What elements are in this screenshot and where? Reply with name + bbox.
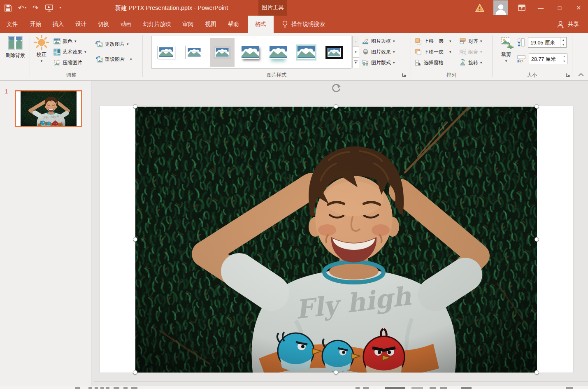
group-button-disabled: 组合 ▾ [459, 47, 482, 57]
resize-handle-middle-left[interactable] [133, 237, 137, 242]
tab-design[interactable]: 设计 [70, 16, 92, 33]
tab-transitions[interactable]: 切换 [92, 16, 115, 33]
resize-handle-middle-right[interactable] [535, 237, 539, 242]
warning-icon[interactable] [470, 0, 489, 16]
picture-style-5[interactable] [266, 38, 291, 67]
width-spin-up[interactable]: ▴ [561, 54, 567, 59]
picture-style-6[interactable] [294, 38, 318, 67]
customize-qat-button[interactable]: ▾ [60, 6, 61, 9]
share-label: 共享 [568, 21, 579, 28]
tab-slideshow[interactable]: 幻灯片放映 [137, 16, 177, 33]
dropdown-caret-icon: ▾ [393, 40, 395, 43]
tab-help[interactable]: 帮助 [222, 16, 245, 33]
picture-border-button[interactable]: 图片边框 ▾ [362, 36, 395, 46]
undo-button[interactable]: ↶▾ [18, 5, 26, 12]
compress-pictures-button[interactable]: 压缩图片 [53, 58, 82, 68]
rotation-handle-stem [336, 93, 336, 105]
shape-height-field[interactable]: 19.05 厘米 ▴▾ [528, 37, 567, 48]
align-button[interactable]: 对齐 ▾ [459, 36, 482, 46]
close-button[interactable]: ✕ [569, 0, 588, 16]
bring-forward-button[interactable]: 上移一层 ▾ [415, 36, 451, 46]
change-picture-button[interactable]: 更改图片 ▾ [95, 39, 129, 49]
tab-view[interactable]: 视图 [200, 16, 222, 33]
slide-number: 1 [5, 88, 8, 95]
tell-me-search[interactable]: 操作说明搜索 [282, 16, 325, 33]
align-icon [459, 38, 466, 45]
account-avatar[interactable] [493, 0, 508, 15]
ribbon-format: 删除背景 校正 ▾ 颜色 ▾ 艺术效果 ▾ 压缩图片 更改图片 ▾ [0, 33, 588, 81]
resize-handle-top-left[interactable] [133, 104, 137, 109]
picture-styles-dialog-launcher[interactable] [402, 72, 407, 78]
horizontal-scrollbar-track[interactable] [94, 381, 588, 382]
color-button[interactable]: 颜色 ▾ [53, 36, 77, 46]
undo-icon: ↶ [18, 5, 24, 12]
crop-button[interactable]: 裁剪 ▾ [496, 35, 516, 63]
rotate-button[interactable]: 旋转 ▾ [459, 58, 482, 68]
gallery-more-button[interactable]: ▾ [352, 57, 359, 68]
shape-width-field[interactable]: 28.77 厘米 ▴▾ [529, 54, 567, 64]
ribbon-display-options-button[interactable] [512, 0, 531, 16]
corrections-button[interactable]: 校正 ▾ [32, 35, 51, 63]
tab-animations[interactable]: 动画 [115, 16, 137, 33]
width-spin-down[interactable]: ▾ [561, 59, 567, 64]
save-button[interactable] [4, 4, 12, 12]
picture-layout-button[interactable]: 图片版式 ▾ [362, 58, 395, 68]
tab-insert[interactable]: 插入 [47, 16, 70, 33]
picture-style-7[interactable] [322, 38, 346, 67]
resize-handle-top-right[interactable] [535, 104, 539, 109]
rotate-icon [459, 59, 466, 66]
dropdown-caret-icon: ▾ [480, 50, 482, 54]
window-title: 新建 PPTX Presentation.pptx - PowerPoint [95, 0, 248, 16]
collapse-ribbon-icon[interactable] [578, 72, 584, 77]
artistic-effects-button[interactable]: 艺术效果 ▾ [53, 47, 86, 57]
compress-pictures-icon [53, 59, 60, 66]
crop-icon [499, 35, 514, 50]
resize-handle-bottom-right[interactable] [535, 370, 539, 375]
maximize-button[interactable]: □ [550, 0, 569, 16]
resize-handle-top-center[interactable] [334, 104, 338, 109]
send-backward-button[interactable]: 下移一层 ▾ [415, 47, 451, 57]
start-slideshow-button[interactable] [45, 4, 53, 12]
dropdown-caret-icon: ▾ [449, 50, 451, 54]
reset-picture-button[interactable]: 重设图片 ▾ [95, 54, 132, 64]
picture-style-4[interactable] [238, 38, 263, 67]
status-bar[interactable] [0, 386, 588, 389]
ribbon-tab-bar: 文件 开始 插入 设计 切换 动画 幻灯片放映 审阅 视图 帮助 格式 操作说明… [0, 16, 588, 33]
picture-style-2[interactable] [182, 38, 207, 67]
tab-file[interactable]: 文件 [0, 16, 24, 33]
height-spin-down[interactable]: ▾ [560, 42, 566, 47]
picture-tools-contextual-tab[interactable]: 图片工具 [258, 0, 287, 16]
picture-style-3-selected[interactable] [210, 38, 235, 67]
remove-background-button[interactable]: 删除背景 [1, 35, 30, 59]
corrections-sun-icon [34, 35, 49, 50]
tab-format-active[interactable]: 格式 [248, 16, 274, 33]
picture-border-icon [362, 38, 369, 45]
tab-home[interactable]: 开始 [24, 16, 47, 33]
height-spin-up[interactable]: ▴ [560, 37, 566, 42]
resize-handle-bottom-center[interactable] [334, 370, 338, 375]
remove-background-icon [7, 35, 23, 51]
redo-button[interactable]: ↷ [33, 5, 38, 12]
picture-style-1[interactable] [154, 38, 179, 67]
picture-effects-button[interactable]: 图片效果 ▾ [362, 47, 395, 57]
artistic-effects-icon [53, 49, 60, 56]
rotation-handle-icon[interactable] [331, 83, 342, 93]
shape-height-icon [517, 38, 525, 47]
dropdown-caret-icon: ▾ [127, 42, 129, 46]
slide-thumbnail-panel[interactable]: 1 [0, 81, 91, 386]
share-button[interactable]: 共享 [557, 16, 579, 33]
selected-picture[interactable] [135, 107, 537, 373]
window-controls: — □ ✕ [470, 0, 588, 16]
size-dialog-launcher[interactable] [565, 72, 571, 78]
resize-handle-bottom-left[interactable] [133, 370, 137, 375]
gallery-scroll-down-button[interactable]: ▾ [352, 47, 359, 58]
tab-review[interactable]: 审阅 [177, 16, 200, 33]
slide-1-thumbnail[interactable] [15, 90, 82, 127]
editing-canvas[interactable] [91, 81, 588, 386]
group-label-adjust: 调整 [0, 72, 142, 78]
undo-caret-icon[interactable]: ▾ [25, 6, 26, 9]
share-person-icon [557, 21, 565, 28]
minimize-button[interactable]: — [531, 0, 550, 16]
gallery-scroll-up-button[interactable]: ▴ [352, 36, 359, 47]
selection-pane-button[interactable]: 选择窗格 [415, 58, 444, 68]
